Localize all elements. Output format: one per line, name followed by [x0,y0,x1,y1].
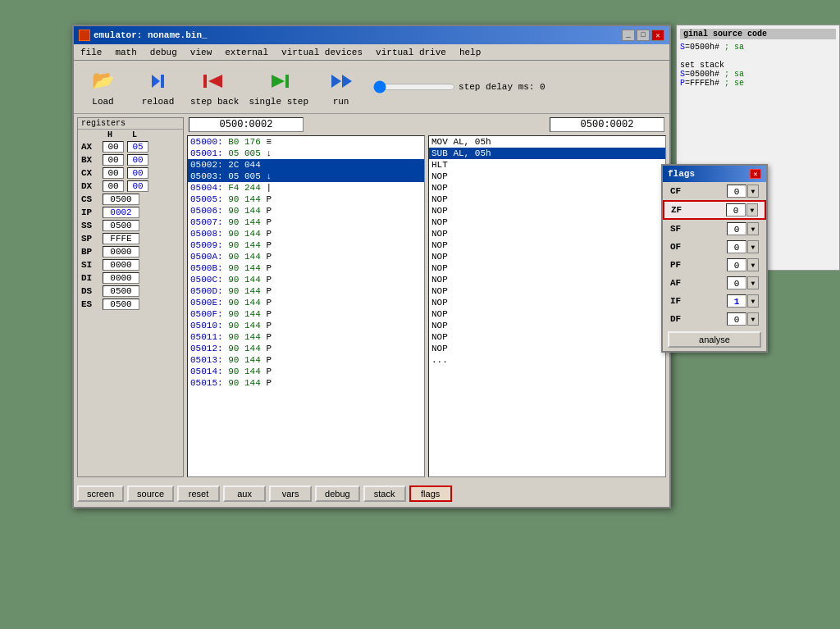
flag-of-name: OF [670,242,691,252]
reload-button[interactable]: reload [135,68,180,107]
flag-df-dropdown[interactable]: ▼ [747,312,759,326]
step-delay-control: step delay ms: 0 [373,80,546,93]
run-icon [328,70,354,93]
singlestep-icon [263,70,294,93]
flag-pf-val-wrap: 0 ▼ [727,258,759,271]
flag-df-val-wrap: 0 ▼ [727,312,759,326]
asm-line-9: NOP [429,239,665,251]
code-line-3[interactable]: 05003: 05 005 ↓ [188,171,424,182]
h-label: H [99,130,121,139]
single-step-icon-wrap [262,68,295,94]
reload-icon [145,70,171,93]
single-step-button[interactable]: single step [249,68,308,107]
flag-sf-dropdown[interactable]: ▼ [747,222,759,235]
title-bar: emulator: noname.bin_ _ □ ✕ [74,26,669,44]
debug-button[interactable]: debug [315,485,360,502]
run-button[interactable]: run [318,68,363,107]
flag-pf-name: PF [670,260,691,270]
menu-view[interactable]: view [187,47,215,58]
flag-pf-value: 0 [727,258,746,271]
flag-cf-dropdown[interactable]: ▼ [747,185,759,198]
reg-ax: AX 00 05 [78,140,183,153]
code-line-8: 05008: 90 144 P [188,228,424,239]
maximize-button[interactable]: □ [637,30,650,41]
run-label: run [333,97,349,107]
reg-ip-val: 0002 [103,207,139,218]
load-button[interactable]: 📂 Load [80,68,126,107]
menu-math[interactable]: math [112,47,139,58]
flag-af: AF 0 ▼ [663,274,766,292]
menu-external[interactable]: external [221,47,272,58]
menu-debug[interactable]: debug [147,47,180,58]
title-bar-left: emulator: noname.bin_ [79,30,208,41]
reg-bp-name: BP [81,247,99,257]
reg-bx-l: 00 [127,154,148,166]
svg-rect-2 [285,75,289,88]
flag-of-dropdown[interactable]: ▼ [747,240,759,253]
menu-help[interactable]: help [456,47,484,58]
window-title: emulator: noname.bin_ [94,30,208,40]
reg-cs-name: CS [81,194,99,204]
reg-sp: SP FFFE [78,232,183,245]
flag-sf: SF 0 ▼ [663,220,766,238]
code-line-2[interactable]: 05002: 2C 044 [188,159,424,171]
reg-ax-name: AX [81,142,99,152]
reg-ip: IP 0002 [78,206,183,219]
reg-cx-h: 00 [103,167,124,179]
asm-line-7: NOP [429,217,665,228]
step-back-button[interactable]: step back [190,68,239,107]
asm-line-6: NOP [429,205,665,217]
hex-code-list[interactable]: 05000: B0 176 ≡ 05001: 05 005 ↓ 05002: 2… [187,135,425,477]
flag-of-val-wrap: 0 ▼ [727,240,759,253]
reg-dx: DX 00 00 [78,180,183,193]
source-panel-title: ginal source code [680,29,836,39]
vars-button[interactable]: vars [269,485,312,502]
screen-button[interactable]: screen [77,485,124,502]
asm-line-1[interactable]: SUB AL, 05h [429,148,665,159]
source-line-4: S=0500h# ; sa [680,70,836,79]
stack-button[interactable]: stack [363,485,406,502]
flag-pf-dropdown[interactable]: ▼ [747,258,759,271]
code-line-20: 05014: 90 144 P [188,366,424,377]
flags-window: flags ✕ CF 0 ▼ ZF 0 ▼ SF 0 ▼ [661,164,768,353]
asm-line-19: ... [429,354,665,366]
menu-virtual-devices[interactable]: virtual devices [278,47,366,58]
asm-line-5: NOP [429,194,665,205]
analyse-button[interactable]: analyse [668,331,760,348]
reg-cx-name: CX [81,168,99,178]
source-button[interactable]: source [127,485,174,502]
asm-line-13: NOP [429,285,665,297]
flag-zf-val-wrap: 0 ▼ [726,203,758,217]
reg-sp-val: FFFE [103,233,139,244]
menu-file[interactable]: file [77,47,105,58]
reg-ss: SS 0500 [78,219,183,232]
reg-bp-val: 0000 [103,246,139,258]
reg-si-name: SI [81,260,99,270]
flag-if-dropdown[interactable]: ▼ [747,294,759,308]
flags-button[interactable]: flags [409,485,452,502]
close-button[interactable]: ✕ [651,30,664,41]
reset-button[interactable]: reset [177,485,220,502]
asm-line-15: NOP [429,308,665,320]
asm-line-17: NOP [429,331,665,343]
flag-if-value: 1 [727,294,746,308]
flag-cf: CF 0 ▼ [663,182,766,200]
flag-af-dropdown[interactable]: ▼ [747,276,759,289]
aux-button[interactable]: aux [223,485,266,502]
svg-rect-0 [161,75,164,88]
load-icon: 📂 [92,70,114,92]
minimize-button[interactable]: _ [622,30,635,41]
asm-code-list[interactable]: MOV AL, 05h SUB AL, 05h HLT NOP NOP NOP … [428,135,666,477]
flag-af-val-wrap: 0 ▼ [727,276,759,289]
code-line-19: 05013: 90 144 P [188,354,424,366]
flag-df-value: 0 [727,312,746,326]
flag-zf-dropdown[interactable]: ▼ [746,203,758,217]
menu-bar: file math debug view external virtual de… [74,44,669,61]
flags-close-button[interactable]: ✕ [750,169,761,179]
asm-line-12: NOP [429,274,665,285]
step-delay-slider[interactable] [373,80,455,93]
center-area: 0500:0002 0500:0002 05000: B0 176 ≡ 0500… [187,117,666,477]
menu-virtual-drive[interactable]: virtual drive [372,47,450,58]
flag-sf-name: SF [670,224,691,234]
reg-di: DI 0000 [78,271,183,285]
